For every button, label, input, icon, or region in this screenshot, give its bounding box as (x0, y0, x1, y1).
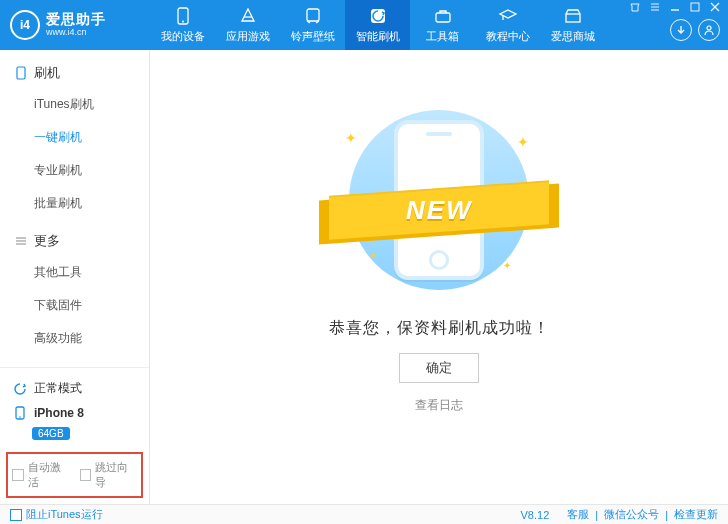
svg-point-1 (182, 21, 184, 23)
status-bar: 阻止iTunes运行 V8.12 客服 | 微信公众号 | 检查更新 (0, 504, 728, 524)
logo-text: 爱思助手 www.i4.cn (46, 12, 106, 37)
sidebar-group-more[interactable]: 更多 (0, 226, 149, 256)
nav-my-device[interactable]: 我的设备 (150, 0, 215, 50)
footer-link-support[interactable]: 客服 (567, 507, 589, 522)
footer-link-update[interactable]: 检查更新 (674, 507, 718, 522)
logo-badge: i4 (10, 10, 40, 40)
checkbox-icon (10, 509, 22, 521)
app-header: i4 爱思助手 www.i4.cn 我的设备 应用游戏 铃声壁纸 智能刷机 工具… (0, 0, 728, 50)
nav-ringtones[interactable]: 铃声壁纸 (280, 0, 345, 50)
checkbox-icon (12, 469, 24, 481)
nav-tutorials[interactable]: 教程中心 (475, 0, 540, 50)
menu-button[interactable] (646, 0, 664, 14)
skin-button[interactable] (626, 0, 644, 14)
svg-rect-5 (436, 13, 450, 22)
flash-icon (368, 6, 388, 26)
close-button[interactable] (706, 0, 724, 14)
storage-badge: 64GB (32, 427, 70, 440)
star-icon: ✦ (503, 260, 511, 271)
body: 刷机 iTunes刷机 一键刷机 专业刷机 批量刷机 更多 其他工具 下载固件 … (0, 50, 728, 504)
header-right (670, 0, 728, 50)
group-title: 刷机 (34, 64, 60, 82)
sidebar-item-advanced[interactable]: 高级功能 (0, 322, 149, 355)
logo: i4 爱思助手 www.i4.cn (0, 0, 150, 50)
maximize-button[interactable] (686, 0, 704, 14)
star-icon: ✦ (369, 250, 377, 261)
svg-point-14 (707, 26, 711, 30)
brand-url: www.i4.cn (46, 28, 106, 38)
minimize-button[interactable] (666, 0, 684, 14)
sidebar-item-other-tools[interactable]: 其他工具 (0, 256, 149, 289)
nav-store[interactable]: 爱思商城 (540, 0, 605, 50)
phone-outline-icon (14, 66, 28, 80)
sidebar-item-pro-flash[interactable]: 专业刷机 (0, 154, 149, 187)
nav-apps[interactable]: 应用游戏 (215, 0, 280, 50)
sidebar: 刷机 iTunes刷机 一键刷机 专业刷机 批量刷机 更多 其他工具 下载固件 … (0, 50, 150, 504)
footer-left: 阻止iTunes运行 (10, 507, 103, 522)
success-illustration: NEW ✦ ✦ ✦ ✦ (309, 100, 569, 300)
sidebar-item-download-firmware[interactable]: 下载固件 (0, 289, 149, 322)
view-log-link[interactable]: 查看日志 (415, 397, 463, 414)
download-button[interactable] (670, 19, 692, 41)
sidebar-scroll: 刷机 iTunes刷机 一键刷机 专业刷机 批量刷机 更多 其他工具 下载固件 … (0, 50, 149, 367)
store-icon (563, 6, 583, 26)
top-nav: 我的设备 应用游戏 铃声壁纸 智能刷机 工具箱 教程中心 爱思商城 (150, 0, 670, 50)
svg-point-20 (19, 416, 21, 418)
svg-rect-15 (17, 67, 25, 79)
tutorial-icon (498, 6, 518, 26)
svg-rect-11 (691, 3, 699, 11)
refresh-icon (12, 381, 28, 397)
sidebar-item-batch-flash[interactable]: 批量刷机 (0, 187, 149, 220)
footer-link-wechat[interactable]: 微信公众号 (604, 507, 659, 522)
star-icon: ✦ (517, 134, 529, 150)
footer-right: V8.12 客服 | 微信公众号 | 检查更新 (521, 507, 718, 522)
auto-activate-checkbox[interactable]: 自动激活 (12, 460, 70, 490)
device-icon (173, 6, 193, 26)
main-content: NEW ✦ ✦ ✦ ✦ 恭喜您，保资料刷机成功啦！ 确定 查看日志 (150, 50, 728, 504)
group-title: 更多 (34, 232, 60, 250)
window-controls (626, 0, 724, 14)
success-message: 恭喜您，保资料刷机成功啦！ (329, 318, 550, 339)
nav-toolbox[interactable]: 工具箱 (410, 0, 475, 50)
skip-wizard-checkbox[interactable]: 跳过向导 (80, 460, 138, 490)
confirm-button[interactable]: 确定 (399, 353, 479, 383)
device-label: iPhone 8 (34, 406, 84, 420)
status-mode[interactable]: 正常模式 (10, 376, 139, 401)
sidebar-status: 正常模式 iPhone 8 64GB (0, 367, 149, 448)
apps-icon (238, 6, 258, 26)
nav-flash[interactable]: 智能刷机 (345, 0, 410, 50)
block-itunes-checkbox[interactable]: 阻止iTunes运行 (10, 507, 103, 522)
status-device[interactable]: iPhone 8 (10, 401, 139, 425)
sidebar-item-itunes-flash[interactable]: iTunes刷机 (0, 88, 149, 121)
mode-label: 正常模式 (34, 380, 82, 397)
phone-icon (12, 405, 28, 421)
svg-rect-3 (307, 9, 319, 21)
version-label: V8.12 (521, 509, 550, 521)
toolbox-icon (433, 6, 453, 26)
sidebar-group-flash[interactable]: 刷机 (0, 58, 149, 88)
sidebar-item-onekey-flash[interactable]: 一键刷机 (0, 121, 149, 154)
highlighted-options: 自动激活 跳过向导 (6, 452, 143, 498)
checkbox-icon (80, 469, 92, 481)
star-icon: ✦ (345, 130, 357, 146)
music-icon (303, 6, 323, 26)
svg-rect-6 (566, 14, 580, 22)
user-button[interactable] (698, 19, 720, 41)
brand-name: 爱思助手 (46, 12, 106, 27)
more-icon (14, 234, 28, 248)
